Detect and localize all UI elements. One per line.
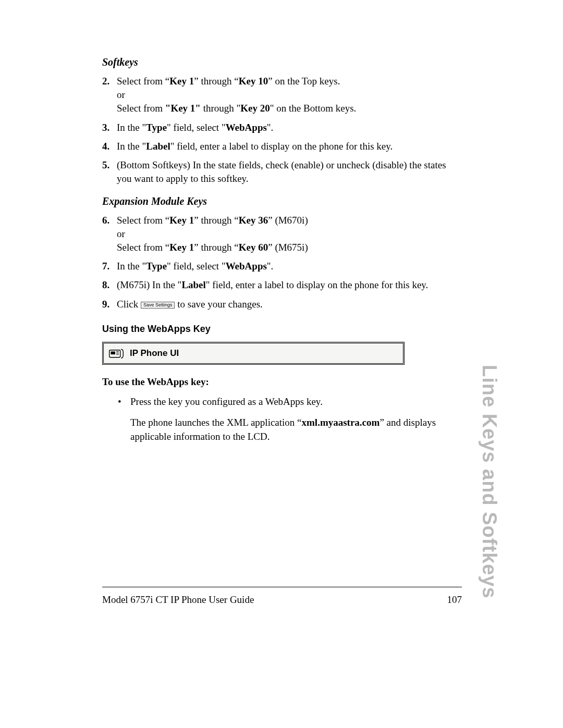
step-number: 9. — [102, 298, 117, 311]
bullet-item: • Press the key you configured as a WebA… — [118, 395, 462, 409]
text: or — [117, 89, 125, 100]
text: to save your changes. — [175, 299, 262, 310]
text: through " — [201, 103, 240, 114]
heading-softkeys: Softkeys — [102, 56, 462, 68]
text: ". — [267, 261, 274, 272]
text-bold: Key 60 — [239, 242, 268, 253]
step-number: 6. — [102, 214, 117, 255]
text: ” (M670i) — [268, 215, 308, 226]
step-body: (Bottom Softkeys) In the state fields, c… — [117, 158, 462, 186]
step-body: In the "Label" field, enter a label to d… — [117, 140, 462, 153]
text: ” through “ — [194, 215, 238, 226]
step-4: 4. In the "Label" field, enter a label t… — [102, 140, 462, 153]
text-bold: Key 10 — [239, 76, 268, 87]
step-body: Click Save Settings to save your changes… — [117, 298, 462, 311]
to-use-heading: To use the WebApps key: — [102, 376, 462, 388]
text: Click — [117, 299, 141, 310]
text-bold: Key 36 — [239, 215, 268, 226]
step-number: 4. — [102, 140, 117, 153]
text: ” on the Top keys. — [268, 76, 340, 87]
step-body: In the "Type" field, select "WebApps". — [117, 260, 462, 273]
text: Select from — [117, 103, 165, 114]
heading-using-webapps: Using the WebApps Key — [102, 324, 462, 335]
page-content: Softkeys 2. Select from “Key 1” through … — [102, 56, 462, 444]
text: or — [117, 228, 125, 239]
footer-rule — [102, 587, 462, 587]
text: " field, enter a label to display on the… — [170, 141, 393, 152]
footer-page-number: 107 — [447, 594, 462, 606]
step-body: In the "Type" field, select "WebApps". — [117, 121, 462, 134]
heading-expansion: Expansion Module Keys — [102, 195, 462, 207]
text-bold: Key 20 — [240, 103, 270, 114]
bullet-dot: • — [118, 395, 130, 409]
text-bold: xml.myaastra.com — [302, 417, 380, 428]
step-5: 5. (Bottom Softkeys) In the state fields… — [102, 158, 462, 186]
step-number: 3. — [102, 121, 117, 134]
svg-rect-1 — [111, 351, 115, 354]
footer-left: Model 6757i CT IP Phone User Guide — [102, 594, 254, 606]
step-body: Select from “Key 1” through “Key 36” (M6… — [117, 214, 462, 255]
step-body: Select from “Key 1” through “Key 10” on … — [117, 75, 462, 116]
save-settings-button[interactable]: Save Settings — [141, 302, 175, 309]
text: ” (M675i) — [268, 242, 308, 253]
text-bold: Label — [146, 141, 170, 152]
step-number: 2. — [102, 75, 117, 116]
bullet-text: Press the key you configured as a WebApp… — [130, 395, 462, 409]
step-number: 7. — [102, 260, 117, 273]
step-3: 3. In the "Type" field, select "WebApps"… — [102, 121, 462, 134]
text: In the " — [117, 261, 146, 272]
step-body: (M675i) In the "Label" field, enter a la… — [117, 278, 462, 292]
step-7: 7. In the "Type" field, select "WebApps"… — [102, 260, 462, 273]
text: In the " — [117, 141, 146, 152]
page-footer: Model 6757i CT IP Phone User Guide 107 — [102, 594, 462, 606]
text-bold: WebApps — [226, 122, 267, 133]
text: " field, enter a label to display on the… — [206, 279, 429, 290]
text: Select from “ — [117, 76, 169, 87]
text-bold: Type — [146, 122, 167, 133]
text: " field, select " — [167, 122, 226, 133]
text: In the " — [117, 122, 146, 133]
text: ” through “ — [194, 242, 238, 253]
step-2: 2. Select from “Key 1” through “Key 10” … — [102, 75, 462, 116]
text-bold: Key 1 — [169, 215, 194, 226]
step-6: 6. Select from “Key 1” through “Key 36” … — [102, 214, 462, 255]
side-section-title: Line Keys and Softkeys — [478, 365, 500, 599]
text: The phone launches the XML application “ — [130, 417, 302, 428]
text: (M675i) In the " — [117, 279, 181, 290]
text-bold: WebApps — [226, 261, 267, 272]
step-number: 5. — [102, 158, 117, 186]
text-bold: "Key 1" — [165, 103, 201, 114]
text: ". — [267, 122, 274, 133]
bullet-followup: The phone launches the XML application “… — [130, 416, 462, 443]
text: ” through “ — [194, 76, 238, 87]
text: " on the Bottom keys. — [270, 103, 357, 114]
phone-icon — [109, 348, 124, 359]
text-bold: Key 1 — [169, 242, 194, 253]
text-bold: Label — [181, 279, 205, 290]
text-bold: Type — [146, 261, 167, 272]
text: " field, select " — [167, 261, 226, 272]
text: Select from “ — [117, 215, 169, 226]
text-bold: Key 1 — [169, 76, 194, 87]
step-number: 8. — [102, 278, 117, 292]
ip-phone-ui-box: IP Phone UI — [102, 342, 405, 365]
step-9: 9. Click Save Settings to save your chan… — [102, 298, 462, 311]
text: Select from “ — [117, 242, 169, 253]
step-8: 8. (M675i) In the "Label" field, enter a… — [102, 278, 462, 292]
ip-phone-ui-label: IP Phone UI — [130, 348, 179, 359]
